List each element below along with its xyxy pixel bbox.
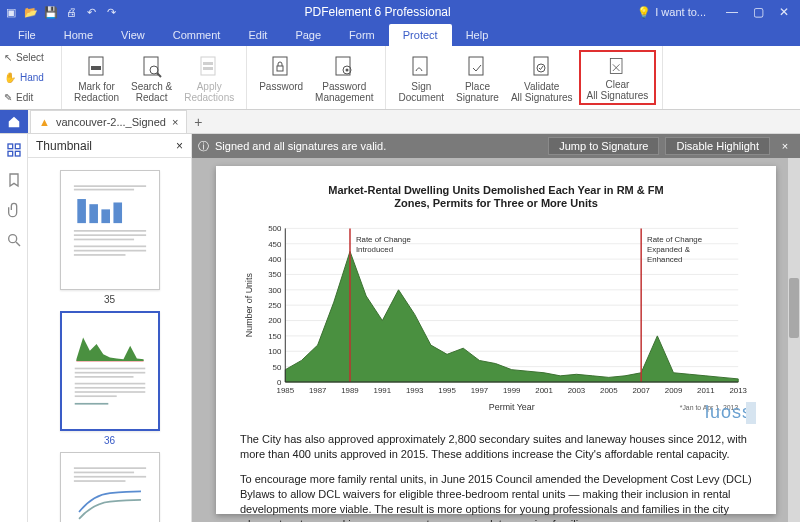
tab-help[interactable]: Help <box>452 24 503 46</box>
l: All Signatures <box>587 90 649 101</box>
svg-point-24 <box>8 235 16 243</box>
tab-edit[interactable]: Edit <box>234 24 281 46</box>
password-group: Password PasswordManagement <box>247 46 386 109</box>
svg-rect-34 <box>73 239 133 241</box>
svg-rect-37 <box>73 254 125 256</box>
thumbnail-36[interactable]: 36 <box>55 311 165 446</box>
svg-rect-9 <box>277 66 283 71</box>
mark-redaction-button[interactable]: Mark forRedaction <box>68 50 125 105</box>
hand-tool[interactable]: ✋Hand <box>4 72 57 83</box>
svg-rect-49 <box>73 476 145 478</box>
undo-icon[interactable]: ↶ <box>84 5 98 19</box>
password-button[interactable]: Password <box>253 50 309 105</box>
svg-rect-32 <box>73 230 145 232</box>
bookmarks-icon[interactable] <box>6 172 22 188</box>
password-management-button[interactable]: PasswordManagement <box>309 50 379 105</box>
l: Validate <box>524 81 559 92</box>
select-tool[interactable]: ↖Select <box>4 52 57 63</box>
maximize-button[interactable]: ▢ <box>746 2 770 22</box>
svg-text:2003: 2003 <box>568 386 586 395</box>
thumbnail-title: Thumbnail <box>36 139 92 153</box>
document-scroll[interactable]: Market-Rental Dwelling Units Demolished … <box>192 158 800 522</box>
jump-signature-button[interactable]: Jump to Signature <box>548 137 659 155</box>
apply-redactions-icon <box>197 54 221 78</box>
main-area: Thumbnail × 35 36 37 ⓘSigned and all sig… <box>0 134 800 522</box>
svg-text:250: 250 <box>268 302 282 311</box>
home-tab-button[interactable] <box>0 110 28 133</box>
svg-text:150: 150 <box>268 332 282 341</box>
validate-signatures-button[interactable]: ValidateAll Signatures <box>505 50 579 105</box>
svg-text:1999: 1999 <box>503 386 520 395</box>
vertical-scrollbar[interactable] <box>788 158 800 522</box>
disable-highlight-button[interactable]: Disable Highlight <box>665 137 770 155</box>
chart-title: Market-Rental Dwelling Units Demolished … <box>326 184 666 210</box>
search-redact-button[interactable]: Search &Redact <box>125 50 178 105</box>
place-signature-icon <box>465 54 489 78</box>
document-tab[interactable]: ▲ vancouver-2..._Signed × <box>30 110 187 133</box>
svg-text:1993: 1993 <box>406 386 424 395</box>
thumbnail-37[interactable]: 37 <box>55 452 165 522</box>
svg-rect-28 <box>77 199 86 223</box>
scrollbar-thumb[interactable] <box>789 278 799 338</box>
svg-text:Number of Units: Number of Units <box>244 273 254 338</box>
redo-icon[interactable]: ↷ <box>104 5 118 19</box>
close-button[interactable]: ✕ <box>772 2 796 22</box>
tab-close-icon[interactable]: × <box>172 116 178 128</box>
clear-signatures-icon <box>605 56 629 76</box>
edit-icon: ✎ <box>4 92 12 103</box>
sign-document-button[interactable]: SignDocument <box>392 50 450 105</box>
tab-comment[interactable]: Comment <box>159 24 235 46</box>
tab-protect[interactable]: Protect <box>389 24 452 46</box>
svg-text:Enhanced: Enhanced <box>647 255 682 264</box>
open-icon[interactable]: 📂 <box>24 5 38 19</box>
paragraph-2: To encourage more family rental units, i… <box>240 472 752 522</box>
clear-signatures-button[interactable]: ClearAll Signatures <box>579 50 657 105</box>
svg-rect-5 <box>201 57 215 75</box>
l: Sign <box>411 81 431 92</box>
mark-redaction-icon <box>85 54 109 78</box>
search-icon[interactable] <box>6 232 22 248</box>
apply-redactions-button[interactable]: ApplyRedactions <box>178 50 240 105</box>
l: Place <box>465 81 490 92</box>
svg-text:1991: 1991 <box>374 386 391 395</box>
svg-rect-22 <box>8 151 13 156</box>
add-tab-button[interactable]: + <box>187 110 209 133</box>
svg-rect-47 <box>73 467 145 469</box>
print-icon[interactable]: 🖨 <box>64 5 78 19</box>
tab-form[interactable]: Form <box>335 24 389 46</box>
validate-icon <box>530 54 554 78</box>
warning-icon: ▲ <box>39 116 50 128</box>
thumbnails-icon[interactable] <box>6 142 22 158</box>
svg-rect-35 <box>73 245 145 247</box>
tab-page[interactable]: Page <box>281 24 335 46</box>
svg-rect-30 <box>101 209 110 223</box>
svg-rect-7 <box>203 67 213 70</box>
thumbnail-35[interactable]: 35 <box>55 170 165 305</box>
svg-rect-23 <box>15 151 20 156</box>
svg-line-25 <box>16 242 20 246</box>
svg-text:200: 200 <box>268 317 282 326</box>
svg-line-4 <box>157 73 161 77</box>
svg-text:2009: 2009 <box>665 386 682 395</box>
hand-label: Hand <box>20 72 44 83</box>
sigbar-close-icon[interactable]: × <box>776 140 794 152</box>
thumbnail-list[interactable]: 35 36 37 <box>28 158 191 522</box>
place-signature-button[interactable]: PlaceSignature <box>450 50 505 105</box>
edit-tool[interactable]: ✎Edit <box>4 92 57 103</box>
minimize-button[interactable]: — <box>720 2 744 22</box>
svg-rect-1 <box>91 66 101 70</box>
svg-rect-36 <box>73 250 145 252</box>
thumbnail-close-icon[interactable]: × <box>176 139 183 153</box>
signature-message: Signed and all signatures are valid. <box>215 140 386 152</box>
attachments-icon[interactable] <box>6 202 22 218</box>
svg-text:1987: 1987 <box>309 386 326 395</box>
svg-text:2001: 2001 <box>535 386 552 395</box>
save-icon[interactable]: 💾 <box>44 5 58 19</box>
tab-home[interactable]: Home <box>50 24 107 46</box>
l: Apply <box>197 81 222 92</box>
svg-text:Expanded &: Expanded & <box>647 245 691 254</box>
i-want-to[interactable]: 💡I want to... <box>637 6 706 19</box>
tab-file[interactable]: File <box>4 24 50 46</box>
l: Clear <box>605 79 629 90</box>
tab-view[interactable]: View <box>107 24 159 46</box>
